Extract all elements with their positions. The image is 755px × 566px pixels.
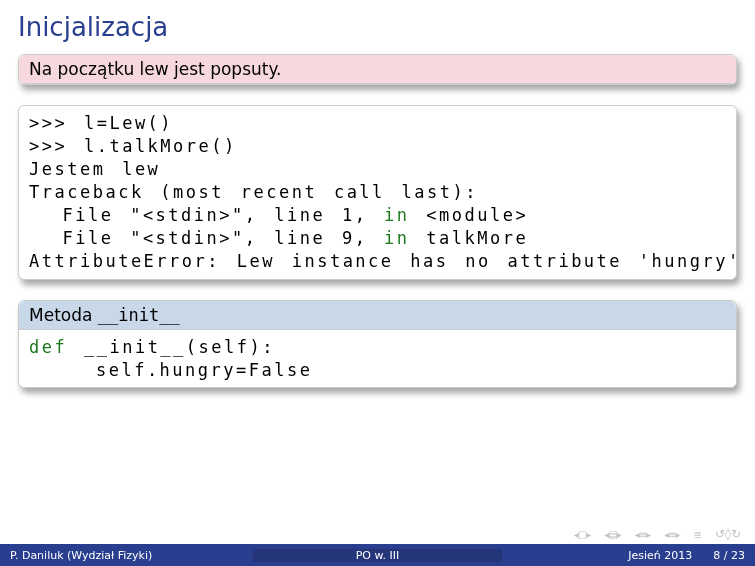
code-line: Jestem lew	[29, 159, 160, 179]
init-head-code: __init__	[98, 305, 180, 325]
footer-page: 8 / 23	[713, 549, 745, 562]
code-block-1: >>> l=Lew() >>> l.talkMore() Jestem lew …	[18, 105, 737, 280]
code-line: Traceback (most recent call last):	[29, 182, 478, 202]
slide-title: Inicjalizacja	[18, 12, 737, 42]
keyword-in: in	[384, 205, 409, 225]
keyword-def: def	[29, 337, 67, 357]
code-line: self.hungry=False	[29, 360, 312, 380]
footer: P. Daniluk (Wydział Fizyki) PO w. III Je…	[0, 544, 755, 566]
init-block-head: Metoda __init__	[19, 301, 736, 330]
code-listing-1: >>> l=Lew() >>> l.talkMore() Jestem lew …	[29, 112, 726, 273]
init-block: Metoda __init__ def __init__(self): self…	[18, 300, 737, 389]
footer-term: Jesień 2013	[628, 549, 692, 562]
beamer-navbar: ◂□▸ ◂▤▸ ◂≡▸ ◂≡▸ ≣ ↺◊↻	[0, 524, 755, 544]
intro-block: Na początku lew jest popsuty.	[18, 54, 737, 85]
code-listing-2: def __init__(self): self.hungry=False	[29, 336, 726, 382]
footer-right: Jesień 2013 8 / 23	[502, 549, 755, 562]
code-line: >>> l.talkMore()	[29, 136, 237, 156]
code-line: File "<stdin>", line 1, in <module>	[29, 205, 528, 225]
intro-block-head: Na początku lew jest popsuty.	[19, 55, 736, 84]
code-line: >>> l=Lew()	[29, 113, 173, 133]
nav-prev-icon[interactable]: ◂≡▸	[635, 529, 650, 540]
init-head-text: Metoda	[29, 305, 98, 325]
code-line: File "<stdin>", line 9, in talkMore	[29, 228, 528, 248]
code-line: def __init__(self):	[29, 337, 275, 357]
nav-prev-section-icon[interactable]: ◂▤▸	[604, 529, 621, 540]
nav-first-icon[interactable]: ◂□▸	[574, 529, 591, 540]
nav-next-icon[interactable]: ◂≡▸	[664, 529, 679, 540]
nav-mode-icon[interactable]: ≣	[694, 529, 701, 540]
nav-redo-icon[interactable]: ↺◊↻	[715, 527, 741, 541]
footer-author: P. Daniluk (Wydział Fizyki)	[0, 549, 253, 562]
footer-center: PO w. III	[253, 549, 502, 562]
keyword-in: in	[384, 228, 409, 248]
code-line: AttributeError: Lew instance has no attr…	[29, 251, 737, 271]
